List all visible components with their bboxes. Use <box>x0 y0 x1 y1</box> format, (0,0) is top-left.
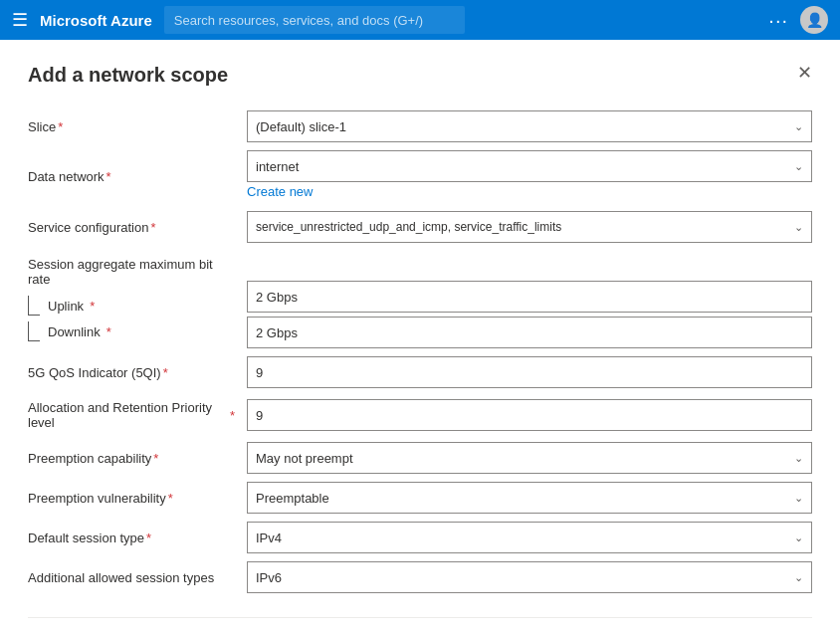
preemption-cap-label: Preemption capability* <box>28 438 247 478</box>
slice-dropdown-value: (Default) slice-1 <box>256 119 346 134</box>
hamburger-icon[interactable]: ☰ <box>12 9 28 31</box>
create-new-link[interactable]: Create new <box>247 184 812 199</box>
default-session-dropdown[interactable]: IPv4 ⌄ <box>247 522 812 553</box>
additional-session-dropdown[interactable]: IPv6 ⌄ <box>247 561 812 593</box>
slice-label: Slice* <box>28 106 247 146</box>
uplink-input[interactable] <box>247 281 812 313</box>
required-indicator: * <box>153 451 158 466</box>
slice-input-cell: (Default) slice-1 ⌄ <box>247 106 812 146</box>
allocation-label: Allocation and Retention Priority level* <box>28 392 247 438</box>
allocation-input[interactable] <box>247 399 812 431</box>
preemption-vuln-label: Preemption vulnerability* <box>28 478 247 518</box>
azure-logo-title: Microsoft Azure <box>40 12 152 29</box>
default-session-label: Default session type* <box>28 518 247 557</box>
preemption-vuln-dropdown-value: Preemptable <box>256 491 329 506</box>
additional-session-input-cell: IPv6 ⌄ <box>247 557 812 597</box>
dialog-title: Add a network scope <box>28 64 228 87</box>
service-config-dropdown[interactable]: service_unrestricted_udp_and_icmp, servi… <box>247 211 812 243</box>
required-indicator: * <box>58 119 63 134</box>
required-indicator: * <box>150 220 155 235</box>
downlink-label: Downlink <box>48 324 101 339</box>
required-indicator: * <box>106 324 111 339</box>
data-network-input-cell: internet ⌄ Create new <box>247 146 812 207</box>
chevron-down-icon: ⌄ <box>794 532 803 544</box>
required-indicator: * <box>146 531 151 545</box>
chevron-down-icon: ⌄ <box>794 452 803 465</box>
required-indicator: * <box>163 365 168 380</box>
additional-session-dropdown-value: IPv6 <box>256 570 282 585</box>
service-config-dropdown-value: service_unrestricted_udp_and_icmp, servi… <box>256 220 561 234</box>
form: Slice* (Default) slice-1 ⌄ Data network*… <box>28 106 812 597</box>
required-indicator: * <box>230 408 235 423</box>
slice-dropdown[interactable]: (Default) slice-1 ⌄ <box>247 110 812 142</box>
chevron-down-icon: ⌄ <box>794 492 803 505</box>
required-indicator: * <box>168 491 173 506</box>
qos-input-cell <box>247 352 812 392</box>
more-options-icon[interactable]: ··· <box>768 9 788 32</box>
divider <box>28 617 812 618</box>
additional-session-label: Additional allowed session types <box>28 557 247 597</box>
preemption-cap-input-cell: May not preempt ⌄ <box>247 438 812 478</box>
default-session-dropdown-value: IPv4 <box>256 531 282 545</box>
downlink-label-row: Downlink* <box>28 319 111 344</box>
preemption-cap-dropdown[interactable]: May not preempt ⌄ <box>247 442 812 474</box>
global-search-input[interactable] <box>164 6 465 34</box>
data-network-label: Data network* <box>28 146 247 207</box>
required-indicator: * <box>90 299 95 314</box>
navbar: ☰ Microsoft Azure ··· 👤 <box>0 0 840 40</box>
required-indicator: * <box>106 169 111 184</box>
allocation-input-cell <box>247 392 812 438</box>
chevron-down-icon: ⌄ <box>794 120 803 133</box>
service-config-label: Service configuration* <box>28 207 247 247</box>
session-aggregate-label: Session aggregate maximum bit rate Uplin… <box>28 247 247 352</box>
chevron-down-icon: ⌄ <box>794 160 803 173</box>
preemption-vuln-input-cell: Preemptable ⌄ <box>247 478 812 518</box>
close-button[interactable]: ✕ <box>797 64 812 82</box>
session-aggregate-input-cell <box>247 247 812 352</box>
qos-input[interactable] <box>247 356 812 388</box>
uplink-label-row: Uplink* <box>28 293 111 319</box>
preemption-vuln-dropdown[interactable]: Preemptable ⌄ <box>247 482 812 514</box>
dialog-header: Add a network scope ✕ <box>28 64 812 87</box>
service-config-input-cell: service_unrestricted_udp_and_icmp, servi… <box>247 207 812 247</box>
dialog-panel: Add a network scope ✕ Slice* (Default) s… <box>0 40 840 638</box>
avatar[interactable]: 👤 <box>800 6 828 34</box>
data-network-dropdown-value: internet <box>256 159 299 174</box>
qos-label: 5G QoS Indicator (5QI)* <box>28 352 247 392</box>
downlink-input[interactable] <box>247 317 812 348</box>
uplink-label: Uplink <box>48 299 84 314</box>
default-session-input-cell: IPv4 ⌄ <box>247 518 812 557</box>
chevron-down-icon: ⌄ <box>794 571 803 584</box>
chevron-down-icon: ⌄ <box>794 221 803 234</box>
preemption-cap-dropdown-value: May not preempt <box>256 451 353 466</box>
data-network-dropdown[interactable]: internet ⌄ <box>247 150 812 182</box>
